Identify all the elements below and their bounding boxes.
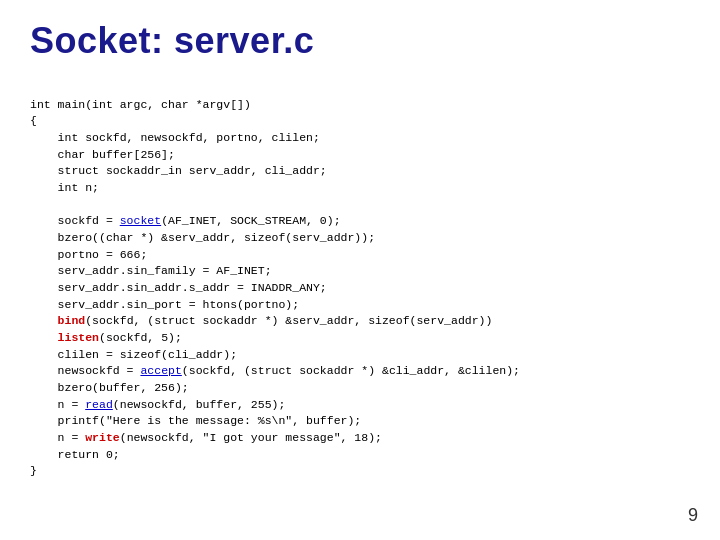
slide-number: 9 xyxy=(688,505,698,526)
line-return: return 0; xyxy=(30,448,120,461)
open-brace: { xyxy=(30,114,37,127)
var2: char buffer[256]; xyxy=(30,148,175,161)
line-printf: printf("Here is the message: %s\n", buff… xyxy=(30,414,361,427)
var1: int sockfd, newsockfd, portno, clilen; xyxy=(30,131,320,144)
code-block: int main(int argc, char *argv[]) { int s… xyxy=(30,80,690,497)
close-brace: } xyxy=(30,464,37,477)
line-socket: sockfd = socket(AF_INET, SOCK_STREAM, 0)… xyxy=(30,214,341,227)
line-sin-addr: serv_addr.sin_addr.s_addr = INADDR_ANY; xyxy=(30,281,327,294)
line-portno: portno = 666; xyxy=(30,248,147,261)
line-sin-port: serv_addr.sin_port = htons(portno); xyxy=(30,298,299,311)
line-bind: bind(sockfd, (struct sockaddr *) &serv_a… xyxy=(30,314,492,327)
var4: int n; xyxy=(30,181,99,194)
line-write: n = write(newsockfd, "I got your message… xyxy=(30,431,382,444)
line-accept: newsockfd = accept(sockfd, (struct socka… xyxy=(30,364,520,377)
line-bzero2: bzero(buffer, 256); xyxy=(30,381,189,394)
line-listen: listen(sockfd, 5); xyxy=(30,331,182,344)
line-sin-family: serv_addr.sin_family = AF_INET; xyxy=(30,264,272,277)
line-clilen: clilen = sizeof(cli_addr); xyxy=(30,348,237,361)
line-read: n = read(newsockfd, buffer, 255); xyxy=(30,398,285,411)
slide: Socket: server.c int main(int argc, char… xyxy=(0,0,720,540)
var3: struct sockaddr_in serv_addr, cli_addr; xyxy=(30,164,327,177)
func-sig: int main(int argc, char *argv[]) xyxy=(30,98,251,111)
line-bzero1: bzero((char *) &serv_addr, sizeof(serv_a… xyxy=(30,231,375,244)
slide-title: Socket: server.c xyxy=(30,20,690,62)
